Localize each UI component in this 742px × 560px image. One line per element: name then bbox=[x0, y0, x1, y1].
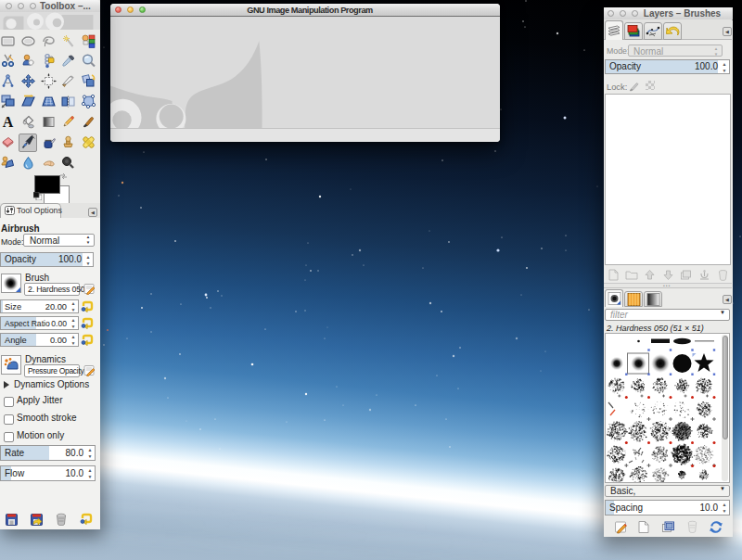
svg-text:A: A bbox=[3, 114, 14, 130]
